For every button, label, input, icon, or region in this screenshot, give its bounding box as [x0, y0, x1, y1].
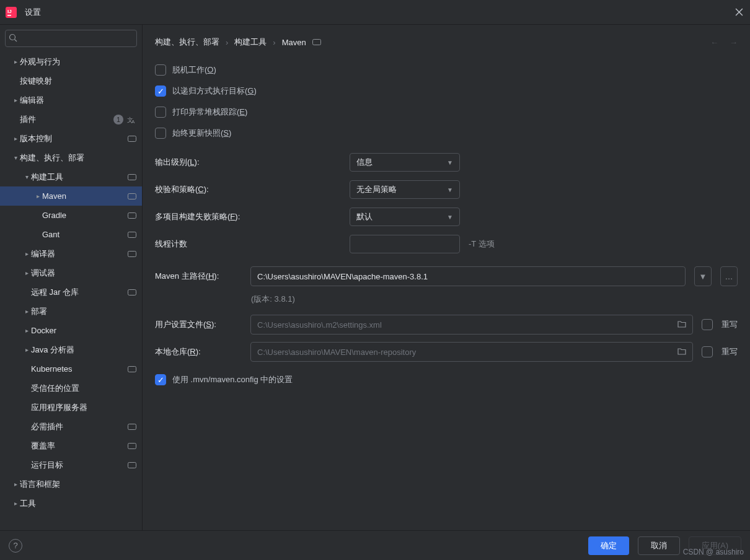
- sidebar-item[interactable]: ▸编辑器: [0, 90, 142, 110]
- browse-button[interactable]: …: [720, 266, 738, 286]
- checksum-policy-select[interactable]: 无全局策略▼: [350, 180, 460, 199]
- expand-icon: ▸: [22, 327, 31, 334]
- nav-back-icon[interactable]: ←: [710, 38, 718, 47]
- project-scope-icon: [127, 366, 137, 372]
- recursive-checkbox[interactable]: ✓: [155, 85, 166, 97]
- folder-icon[interactable]: [677, 348, 686, 357]
- multi-build-fail-select[interactable]: 默认▼: [350, 208, 460, 226]
- nav-forward-icon[interactable]: →: [730, 38, 738, 47]
- svg-rect-16: [128, 443, 136, 448]
- apply-button[interactable]: 应用(A): [689, 536, 741, 555]
- sidebar-item[interactable]: ▸外观与行为: [0, 52, 142, 71]
- sidebar-item[interactable]: 运行目标: [0, 455, 142, 475]
- output-level-select[interactable]: 信息▼: [350, 153, 460, 172]
- maven-home-label: Maven 主路径(H):: [155, 271, 242, 282]
- sidebar-item[interactable]: ▾构建、执行、部署: [0, 148, 142, 167]
- expand-icon: ▸: [22, 250, 31, 257]
- sidebar-item[interactable]: ▸Docker: [0, 321, 142, 340]
- sidebar-item[interactable]: 按键映射: [0, 71, 142, 90]
- translate-icon: 文A: [127, 115, 137, 125]
- sidebar-item[interactable]: 必需插件: [0, 417, 142, 436]
- sidebar-item[interactable]: ▸版本控制: [0, 129, 142, 148]
- maven-home-dropdown-button[interactable]: ▼: [694, 266, 712, 286]
- chevron-down-icon: ▼: [447, 159, 453, 166]
- svg-text:A: A: [131, 119, 135, 125]
- thread-count-input[interactable]: [350, 235, 460, 253]
- sidebar-item[interactable]: 远程 Jar 仓库: [0, 282, 142, 302]
- search-input[interactable]: [5, 30, 137, 47]
- sidebar-item[interactable]: ▸Java 分析器: [0, 340, 142, 359]
- print-stacktrace-label: 打印异常堆栈跟踪(E): [172, 107, 247, 118]
- svg-rect-11: [128, 232, 136, 237]
- project-scope-icon: [312, 38, 321, 47]
- mvn-config-checkbox[interactable]: ✓: [155, 374, 166, 385]
- offline-label: 脱机工作(O): [172, 64, 216, 76]
- breadcrumb: 构建、执行、部署 › 构建工具 › Maven ← →: [143, 25, 750, 59]
- breadcrumb-item[interactable]: 构建、执行、部署: [155, 37, 219, 48]
- local-repo-input: C:\Users\asushiro\MAVEN\maven-repository: [250, 342, 693, 362]
- chevron-right-icon: ›: [273, 38, 275, 47]
- sidebar-item[interactable]: Gradle: [0, 206, 142, 225]
- sidebar-item-label: 必需插件: [31, 421, 127, 432]
- expand-icon: ▸: [11, 58, 20, 65]
- sidebar-item-label: 运行目标: [31, 460, 127, 471]
- offline-checkbox[interactable]: [155, 64, 166, 76]
- svg-rect-9: [128, 193, 136, 199]
- local-repo-override-checkbox[interactable]: [702, 346, 713, 357]
- settings-tree[interactable]: ▸外观与行为按键映射▸编辑器插件1文A▸版本控制▾构建、执行、部署▾构建工具▸M…: [0, 52, 142, 530]
- sidebar-item[interactable]: 应用程序服务器: [0, 398, 142, 417]
- sidebar-item[interactable]: ▸Maven: [0, 186, 142, 206]
- expand-icon: ▸: [33, 193, 42, 199]
- sidebar-item[interactable]: ▸语言和框架: [0, 475, 142, 494]
- checksum-policy-label: 校验和策略(C):: [155, 184, 341, 195]
- svg-rect-18: [312, 39, 320, 45]
- chevron-down-icon: ▼: [699, 272, 707, 281]
- maven-home-input[interactable]: C:\Users\asushiro\MAVEN\apache-maven-3.8…: [250, 266, 686, 286]
- expand-icon: ▸: [11, 97, 20, 103]
- user-settings-override-checkbox[interactable]: [702, 319, 713, 330]
- help-icon[interactable]: ?: [9, 539, 22, 553]
- ok-button[interactable]: 确定: [588, 536, 629, 555]
- sidebar-item[interactable]: 覆盖率: [0, 436, 142, 455]
- settings-main: 构建、执行、部署 › 构建工具 › Maven ← → 脱机工作(O) ✓ 以递…: [143, 25, 750, 530]
- project-scope-icon: [127, 193, 137, 199]
- sidebar-item[interactable]: ▸编译器: [0, 244, 142, 263]
- sidebar-item[interactable]: Gant: [0, 225, 142, 244]
- expand-icon: ▾: [11, 154, 20, 161]
- sidebar-item-label: Kubernetes: [31, 364, 127, 374]
- sidebar-item[interactable]: ▸工具: [0, 494, 142, 513]
- settings-sidebar: ▸外观与行为按键映射▸编辑器插件1文A▸版本控制▾构建、执行、部署▾构建工具▸M…: [0, 25, 143, 530]
- close-icon[interactable]: [733, 6, 745, 19]
- project-scope-icon: [127, 462, 137, 468]
- override-label: 重写: [721, 346, 738, 357]
- svg-rect-14: [128, 366, 136, 372]
- sidebar-item-label: 覆盖率: [31, 440, 127, 452]
- svg-text:IJ: IJ: [7, 9, 12, 14]
- sidebar-item[interactable]: Kubernetes: [0, 359, 142, 378]
- sidebar-item[interactable]: ▸部署: [0, 302, 142, 321]
- svg-rect-12: [128, 251, 136, 256]
- breadcrumb-item[interactable]: 构建工具: [234, 37, 267, 48]
- expand-icon: ▾: [22, 173, 31, 180]
- sidebar-item-label: 插件: [20, 114, 113, 125]
- chevron-down-icon: ▼: [447, 214, 453, 221]
- sidebar-item[interactable]: 插件1文A: [0, 110, 142, 129]
- sidebar-item-label: 工具: [20, 498, 137, 509]
- update-snapshots-checkbox[interactable]: [155, 128, 166, 139]
- folder-icon[interactable]: [677, 320, 686, 330]
- sidebar-item[interactable]: ▸调试器: [0, 263, 142, 282]
- expand-icon: ▸: [22, 346, 31, 353]
- chevron-right-icon: ›: [226, 38, 228, 47]
- project-scope-icon: [127, 212, 137, 219]
- cancel-button[interactable]: 取消: [638, 536, 680, 555]
- mvn-config-label: 使用 .mvn/maven.config 中的设置: [172, 374, 293, 385]
- expand-icon: ▸: [22, 308, 31, 315]
- svg-rect-10: [128, 212, 136, 218]
- sidebar-item-label: 远程 Jar 仓库: [31, 287, 127, 298]
- sidebar-item[interactable]: ▾构建工具: [0, 167, 142, 186]
- print-stacktrace-checkbox[interactable]: [155, 107, 166, 118]
- sidebar-item[interactable]: 受信任的位置: [0, 378, 142, 398]
- title-bar: IJ 设置: [0, 0, 750, 25]
- app-icon: IJ: [5, 6, 17, 19]
- sidebar-item-label: 调试器: [31, 268, 137, 279]
